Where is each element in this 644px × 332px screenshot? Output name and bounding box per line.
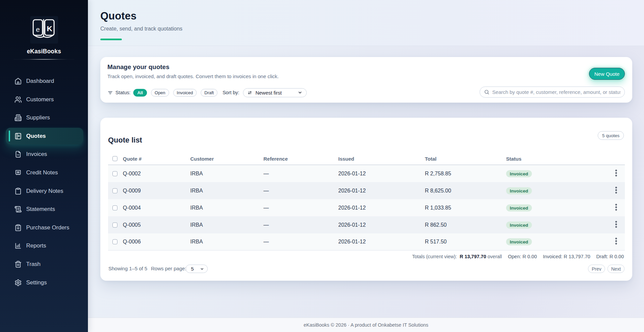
svg-text:K: K xyxy=(47,24,53,33)
svg-text:e: e xyxy=(36,25,40,33)
